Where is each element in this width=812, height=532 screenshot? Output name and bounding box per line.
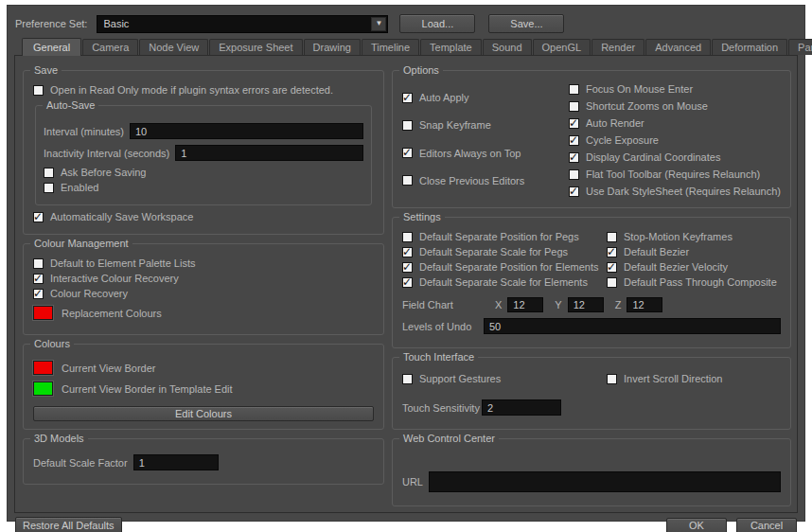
inactivity-input[interactable] (175, 145, 363, 161)
tab-render[interactable]: Render (591, 39, 644, 55)
cycle-exposure-label: Cycle Exposure (586, 134, 659, 146)
separate-position-elements-row: Default Separate Position for Elements (402, 261, 607, 273)
shortcut-zooms-on-mouse-row: Shortcut Zooms on Mouse (569, 100, 781, 112)
default-scale-factor-input[interactable] (133, 454, 219, 470)
use-dark-stylesheet-label: Use Dark StyleSheet (Requires Relaunch) (586, 186, 781, 197)
chevron-down-icon[interactable]: ▼ (371, 17, 386, 31)
current-view-border-label: Current View Border (62, 363, 155, 374)
flat-tool-toolbar-label: Flat Tool Toolbar (Requires Relaunch) (586, 168, 760, 180)
url-row: URL (402, 471, 781, 492)
tab-advanced[interactable]: Advanced (645, 39, 711, 55)
separate-scale-elements-row: Default Separate Scale for Elements (402, 276, 607, 288)
shortcut-zooms-on-mouse-checkbox[interactable] (569, 101, 579, 112)
auto-save-group-title: Auto-Save (43, 99, 98, 111)
stop-motion-keyframes-checkbox[interactable] (607, 232, 617, 242)
cycle-exposure-row: Cycle Exposure (569, 134, 781, 146)
default-scale-factor-label: Default Scale Factor (33, 457, 128, 469)
separate-position-pegs-checkbox[interactable] (402, 232, 413, 242)
support-gestures-checkbox[interactable] (402, 374, 413, 384)
interval-input[interactable] (130, 123, 363, 139)
current-view-border-swatch[interactable] (33, 361, 53, 375)
focus-on-mouse-enter-checkbox[interactable] (569, 84, 579, 95)
display-cardinal-coordinates-label: Display Cardinal Coordinates (586, 151, 720, 163)
default-bezier-velocity-label: Default Bezier Velocity (624, 261, 728, 273)
support-gestures-label: Support Gestures (419, 373, 501, 384)
display-cardinal-coordinates-checkbox[interactable] (569, 152, 579, 163)
enabled-checkbox[interactable] (44, 183, 54, 193)
right-column: Options Auto Apply Snap Keyframe (392, 62, 791, 506)
auto-render-checkbox[interactable] (569, 118, 579, 129)
tab-opengl[interactable]: OpenGL (533, 39, 591, 55)
stop-motion-keyframes-label: Stop-Motion Keyframes (624, 231, 733, 242)
field-chart-row: Field Chart X Y Z (402, 297, 781, 312)
touch-sensitivity-input[interactable] (482, 399, 561, 416)
preference-set-row: Preference Set: Basic ▼ Load... Save... (8, 6, 804, 38)
interactive-recovery-label: Interactive Colour Recovery (50, 273, 179, 284)
replacement-colours-swatch[interactable] (33, 306, 53, 320)
separate-scale-elements-checkbox[interactable] (402, 277, 413, 288)
auto-apply-checkbox[interactable] (402, 93, 413, 103)
separate-scale-pegs-row: Default Separate Scale for Pegs (402, 246, 607, 257)
ask-before-saving-checkbox[interactable] (44, 168, 54, 178)
field-chart-y-input[interactable] (568, 297, 604, 312)
field-chart-z-input[interactable] (627, 297, 662, 312)
preference-set-dropdown[interactable]: Basic ▼ (97, 15, 388, 33)
tab-drawing[interactable]: Drawing (304, 39, 361, 55)
default-pass-through-composite-checkbox[interactable] (607, 277, 617, 288)
colour-recovery-row: Colour Recovery (33, 288, 374, 299)
left-column: Save Open in Read Only mode if plugin sy… (23, 62, 384, 506)
preference-set-value: Basic (97, 18, 129, 29)
default-bezier-checkbox[interactable] (607, 247, 617, 257)
open-read-only-checkbox[interactable] (33, 85, 44, 96)
settings-group-title: Settings (399, 211, 445, 222)
auto-apply-label: Auto Apply (419, 92, 469, 103)
tab-exposure-sheet[interactable]: Exposure Sheet (209, 39, 302, 55)
default-palette-checkbox[interactable] (33, 258, 44, 269)
tab-general[interactable]: General (22, 38, 81, 56)
ok-button[interactable]: OK (666, 518, 727, 532)
close-previous-editors-checkbox[interactable] (402, 175, 413, 186)
replacement-colours-row: Replacement Colours (33, 306, 374, 320)
default-bezier-velocity-checkbox[interactable] (607, 262, 617, 273)
snap-keyframe-checkbox[interactable] (402, 120, 413, 131)
colour-recovery-checkbox[interactable] (33, 289, 44, 299)
url-input[interactable] (429, 471, 781, 492)
load-button[interactable]: Load... (399, 14, 475, 33)
auto-render-label: Auto Render (586, 117, 644, 129)
interval-label: Interval (minutes) (44, 126, 124, 137)
tab-timeline[interactable]: Timeline (362, 39, 419, 55)
settings-right-column: Stop-Motion Keyframes Default Bezier Def… (607, 227, 781, 292)
use-dark-stylesheet-checkbox[interactable] (569, 186, 579, 197)
tab-node-view[interactable]: Node View (139, 39, 208, 55)
template-edit-border-swatch[interactable] (33, 381, 53, 396)
invert-scroll-direction-checkbox[interactable] (607, 374, 617, 384)
field-chart-x-input[interactable] (507, 297, 543, 312)
edit-colours-button[interactable]: Edit Colours (33, 406, 374, 421)
auto-save-workspace-label: Automatically Save Workspace (50, 211, 193, 222)
interval-row: Interval (minutes) (44, 123, 363, 139)
separate-scale-pegs-checkbox[interactable] (402, 247, 413, 257)
snap-keyframe-row: Snap Keyframe (402, 119, 569, 131)
tab-template[interactable]: Template (420, 39, 482, 55)
interactive-recovery-checkbox[interactable] (33, 274, 44, 284)
flat-tool-toolbar-checkbox[interactable] (569, 169, 579, 180)
levels-of-undo-input[interactable] (484, 318, 781, 334)
colours-group: Colours Current View Border Current View… (23, 344, 384, 430)
editors-always-on-top-checkbox[interactable] (402, 148, 413, 158)
auto-save-workspace-checkbox[interactable] (33, 212, 44, 222)
tab-particle[interactable]: Particle (788, 39, 812, 55)
colour-management-group: Colour Management Default to Element Pal… (23, 243, 384, 335)
save-button[interactable]: Save... (488, 14, 564, 33)
tab-camera[interactable]: Camera (82, 39, 138, 55)
tab-sound[interactable]: Sound (483, 39, 532, 55)
cycle-exposure-checkbox[interactable] (569, 135, 579, 146)
auto-save-workspace-row: Automatically Save Workspace (33, 211, 374, 222)
tab-deformation[interactable]: Deformation (712, 39, 787, 55)
cancel-button[interactable]: Cancel (736, 518, 797, 532)
options-group: Options Auto Apply Snap Keyframe (392, 70, 791, 208)
restore-all-defaults-button[interactable]: Restore All Defaults (15, 517, 122, 532)
auto-save-group: Auto-Save Interval (minutes) Inactivity … (35, 105, 372, 205)
separate-position-elements-checkbox[interactable] (402, 262, 413, 273)
invert-scroll-direction-label: Invert Scroll Direction (624, 373, 723, 384)
flat-tool-toolbar-row: Flat Tool Toolbar (Requires Relaunch) (569, 168, 781, 180)
